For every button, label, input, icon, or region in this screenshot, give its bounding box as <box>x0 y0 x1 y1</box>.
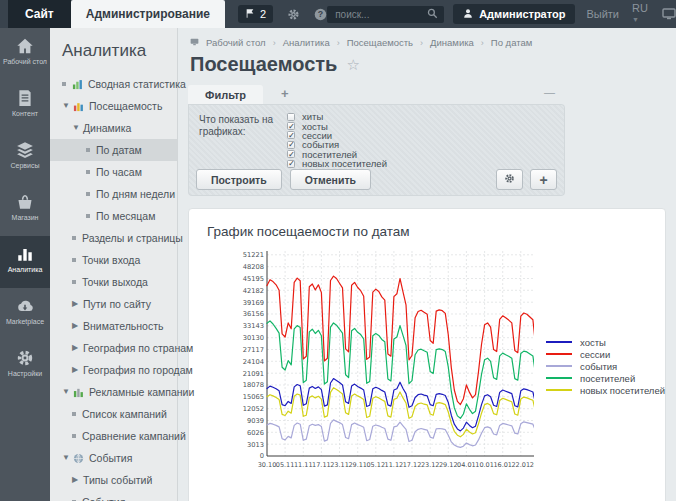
rail-item-label: Аналитика <box>0 266 50 274</box>
rail-item-document[interactable]: Контент <box>0 80 50 132</box>
sidebar-item[interactable]: ▶География по странам <box>50 337 177 359</box>
svg-text:05.12: 05.12 <box>366 461 385 469</box>
add-filter-tab-button[interactable]: + <box>270 83 300 104</box>
favorite-star-icon[interactable]: ☆ <box>346 56 359 74</box>
checkbox[interactable] <box>287 141 295 149</box>
breadcrumb-link[interactable]: Динамика <box>430 37 474 48</box>
analytics-icon <box>0 245 50 263</box>
svg-text:11.11: 11.11 <box>294 461 313 469</box>
rail-item-cart[interactable]: Магазин <box>0 184 50 236</box>
language-selector[interactable]: RU ▼ <box>632 2 648 26</box>
legend-label: сессии <box>580 349 610 360</box>
chevron-down-icon[interactable]: ▼ <box>62 95 68 117</box>
sidebar-item[interactable]: По дням недели <box>50 183 177 205</box>
tab-filter[interactable]: Фильтр <box>188 85 263 104</box>
legend-label: посетителей <box>580 373 635 384</box>
svg-text:29.12: 29.12 <box>439 461 458 469</box>
chevron-right-icon[interactable]: ▶ <box>72 359 78 381</box>
breadcrumb-link[interactable]: По датам <box>491 37 532 48</box>
sidebar-item[interactable]: Разделы и страницы <box>50 227 177 249</box>
user-button[interactable]: Администратор <box>453 4 575 24</box>
topbar: Сайт Администрирование 2 ? <box>0 0 676 28</box>
checkbox[interactable] <box>287 131 295 139</box>
sidebar-item[interactable]: Точки входа <box>50 249 177 271</box>
svg-text:45195: 45195 <box>243 275 264 283</box>
logout-link[interactable]: Выйти <box>586 8 619 20</box>
chevron-right-icon[interactable]: ▶ <box>72 315 78 337</box>
filter-checkbox-row[interactable]: новых посетителей <box>287 159 387 168</box>
sidebar-item[interactable]: Сравнение кампаний <box>50 425 177 447</box>
rail-item-cloud[interactable]: Marketplace <box>0 288 50 340</box>
sidebar-item[interactable]: По месяцам <box>50 205 177 227</box>
sidebar-item[interactable]: Список кампаний <box>50 403 177 425</box>
settings-gear-button[interactable] <box>287 8 300 21</box>
breadcrumb-link[interactable]: Аналитика <box>283 37 330 48</box>
sidebar-item[interactable]: ▼Динамика <box>50 117 177 139</box>
breadcrumb-separator: › <box>273 38 276 48</box>
chevron-right-icon[interactable]: ▶ <box>72 293 78 315</box>
admin-tab[interactable]: Администрирование <box>71 0 225 28</box>
site-view-button[interactable] <box>662 8 676 20</box>
sidebar-item-label: По дням недели <box>96 183 175 205</box>
sidebar-item[interactable]: События <box>50 491 177 501</box>
chart-legend: хостысессиисобытияпосетителейновых посет… <box>546 336 665 471</box>
breadcrumb-link[interactable]: Посещаемость <box>347 37 413 48</box>
site-tab[interactable]: Сайт <box>8 0 71 28</box>
breadcrumb-separator: › <box>337 38 340 48</box>
build-button[interactable]: Построить <box>196 169 282 190</box>
chart-panel: График посещаемости по датам 51221482084… <box>188 208 666 501</box>
legend-label: хосты <box>580 337 606 348</box>
add-field-button[interactable]: + <box>530 169 557 190</box>
search-icon[interactable] <box>427 5 438 23</box>
legend-label: события <box>580 361 617 372</box>
sidebar-item[interactable]: ▶География по городам <box>50 359 177 381</box>
rail-item-layers[interactable]: Сервисы <box>0 132 50 184</box>
sidebar-item[interactable]: По часам <box>50 161 177 183</box>
chevron-down-icon[interactable]: ▼ <box>62 447 68 469</box>
sidebar-item[interactable]: ▶Пути по сайту <box>50 293 177 315</box>
svg-text:24104: 24104 <box>243 358 264 366</box>
search-input[interactable] <box>333 8 427 21</box>
filter-settings-button[interactable] <box>496 169 523 190</box>
breadcrumb-link[interactable]: Рабочий стол <box>206 37 266 48</box>
sidebar-item[interactable]: Сводная статистика <box>50 73 177 95</box>
document-icon <box>0 89 50 107</box>
summary-chart-icon <box>72 79 83 90</box>
checkbox[interactable] <box>287 122 295 130</box>
svg-text:33143: 33143 <box>243 322 264 330</box>
checkbox[interactable] <box>287 160 295 168</box>
checkbox[interactable] <box>287 113 295 121</box>
square-bullet-icon <box>72 434 76 438</box>
chart-title: График посещаемости по датам <box>189 209 665 239</box>
sidebar-item[interactable]: По датам <box>50 139 177 161</box>
sidebar-item[interactable]: ▼События <box>50 447 177 469</box>
sidebar-item[interactable]: ▶Внимательность <box>50 315 177 337</box>
gear-icon <box>504 173 515 186</box>
chevron-down-icon[interactable]: ▼ <box>72 117 78 139</box>
chevron-right-icon[interactable]: ▶ <box>72 469 78 491</box>
rail-item-analytics[interactable]: Аналитика <box>0 236 50 288</box>
cancel-button[interactable]: Отменить <box>290 169 371 190</box>
rail-item-home[interactable]: Рабочий стол <box>0 28 50 80</box>
sidebar-item[interactable]: ▶Типы событий <box>50 469 177 491</box>
chevron-right-icon[interactable]: ▶ <box>72 337 78 359</box>
sidebar-item[interactable]: ▼Рекламные кампании <box>50 381 177 403</box>
collapse-filter-button[interactable]: — <box>544 86 555 98</box>
sidebar-item-label: По часам <box>96 161 142 183</box>
notifications-button[interactable]: 2 <box>238 5 273 23</box>
gear-icon <box>287 8 300 21</box>
legend-item: события <box>546 360 665 372</box>
chevron-down-icon[interactable]: ▼ <box>62 381 68 403</box>
sidebar-item[interactable]: ▼Посещаемость <box>50 95 177 117</box>
svg-text:11.12: 11.12 <box>385 461 404 469</box>
svg-text:21091: 21091 <box>243 370 264 378</box>
svg-text:04.01: 04.01 <box>457 461 476 469</box>
checkbox[interactable] <box>287 150 295 158</box>
cart-icon <box>0 193 50 211</box>
square-bullet-icon <box>86 148 90 152</box>
svg-text:17.12: 17.12 <box>403 461 422 469</box>
page-title: Посещаемость <box>190 53 337 76</box>
rail-item-gear[interactable]: Настройки <box>0 340 50 392</box>
sidebar-item[interactable]: Точки выхода <box>50 271 177 293</box>
help-button[interactable]: ? <box>314 8 327 21</box>
